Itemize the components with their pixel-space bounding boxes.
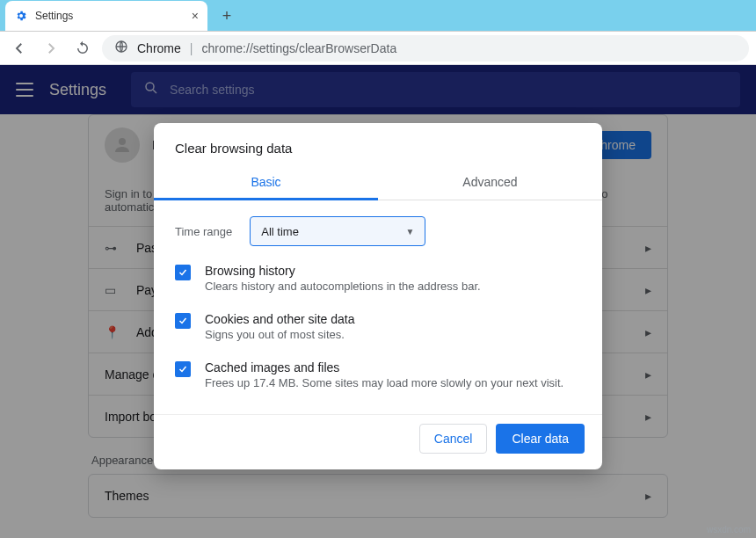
gear-icon bbox=[14, 9, 28, 23]
new-tab-button[interactable]: + bbox=[214, 4, 239, 28]
close-icon[interactable]: × bbox=[192, 9, 199, 23]
time-range-value: All time bbox=[261, 225, 299, 238]
tab-strip: Settings × + bbox=[0, 0, 756, 32]
watermark: wsxdn.com bbox=[707, 525, 751, 534]
omnibox-site: Chrome bbox=[137, 41, 181, 55]
option-cache[interactable]: Cached images and filesFrees up 17.4 MB.… bbox=[175, 360, 581, 389]
address-bar[interactable]: Chrome | chrome://settings/clearBrowserD… bbox=[102, 35, 749, 62]
browser-tab[interactable]: Settings × bbox=[5, 1, 207, 31]
clear-data-button[interactable]: Clear data bbox=[496, 424, 585, 454]
tab-advanced[interactable]: Advanced bbox=[378, 164, 602, 200]
tab-basic[interactable]: Basic bbox=[154, 164, 378, 200]
omnibox-path: chrome://settings/clearBrowserData bbox=[201, 41, 396, 55]
time-range-select[interactable]: All time ▼ bbox=[250, 216, 425, 246]
checkbox-browsing-history[interactable] bbox=[175, 265, 191, 280]
option-browsing-history[interactable]: Browsing historyClears history and autoc… bbox=[175, 264, 581, 293]
time-range-label: Time range bbox=[175, 225, 232, 238]
clear-browsing-data-dialog: Clear browsing data Basic Advanced Time … bbox=[154, 123, 602, 469]
dialog-title: Clear browsing data bbox=[154, 123, 602, 164]
checkbox-cache[interactable] bbox=[175, 361, 191, 377]
forward-button[interactable] bbox=[39, 36, 63, 61]
chevron-down-icon: ▼ bbox=[405, 227, 414, 236]
cancel-button[interactable]: Cancel bbox=[419, 424, 488, 454]
browser-toolbar: Chrome | chrome://settings/clearBrowserD… bbox=[0, 32, 756, 65]
back-button[interactable] bbox=[7, 36, 32, 61]
checkbox-cookies[interactable] bbox=[175, 313, 191, 329]
option-cookies[interactable]: Cookies and other site dataSigns you out… bbox=[175, 312, 581, 341]
omnibox-separator: | bbox=[190, 41, 193, 55]
dialog-tabs: Basic Advanced bbox=[154, 164, 602, 200]
tab-title: Settings bbox=[35, 10, 73, 22]
reload-button[interactable] bbox=[70, 36, 95, 61]
globe-icon bbox=[114, 40, 128, 56]
